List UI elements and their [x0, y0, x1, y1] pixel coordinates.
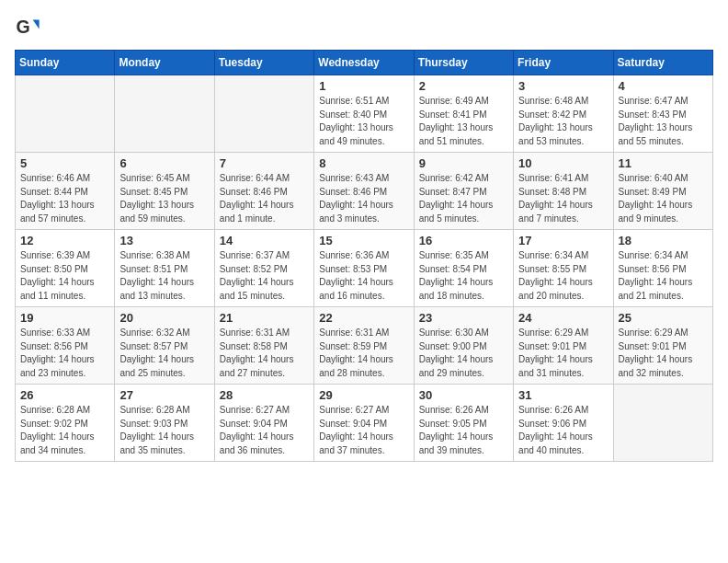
day-number: 7 [220, 156, 309, 170]
day-number: 23 [419, 311, 508, 325]
weekday-header-saturday: Saturday [613, 51, 712, 75]
calendar-cell: 3Sunrise: 6:48 AM Sunset: 8:42 PM Daylig… [514, 75, 613, 153]
calendar-cell: 18Sunrise: 6:34 AM Sunset: 8:56 PM Dayli… [613, 230, 712, 307]
day-number: 1 [319, 79, 408, 93]
calendar-cell: 12Sunrise: 6:39 AM Sunset: 8:50 PM Dayli… [16, 230, 115, 307]
day-number: 5 [20, 156, 109, 170]
svg-text:G: G [16, 17, 29, 37]
calendar-cell: 9Sunrise: 6:42 AM Sunset: 8:47 PM Daylig… [414, 153, 513, 230]
calendar-cell [613, 385, 712, 462]
logo: G [15, 15, 44, 40]
day-number: 24 [518, 311, 608, 325]
weekday-header-row: SundayMondayTuesdayWednesdayThursdayFrid… [16, 51, 713, 75]
calendar-week-1: 1Sunrise: 6:51 AM Sunset: 8:40 PM Daylig… [16, 75, 713, 153]
day-info: Sunrise: 6:28 AM Sunset: 9:02 PM Dayligh… [20, 404, 109, 457]
day-number: 14 [220, 234, 309, 247]
day-info: Sunrise: 6:51 AM Sunset: 8:40 PM Dayligh… [319, 95, 408, 148]
day-info: Sunrise: 6:27 AM Sunset: 9:04 PM Dayligh… [220, 404, 309, 457]
day-info: Sunrise: 6:42 AM Sunset: 8:47 PM Dayligh… [419, 172, 508, 225]
day-info: Sunrise: 6:33 AM Sunset: 8:56 PM Dayligh… [20, 327, 109, 380]
calendar-cell: 22Sunrise: 6:31 AM Sunset: 8:59 PM Dayli… [314, 307, 414, 385]
calendar-cell: 31Sunrise: 6:26 AM Sunset: 9:06 PM Dayli… [514, 385, 613, 462]
calendar-cell: 6Sunrise: 6:45 AM Sunset: 8:45 PM Daylig… [115, 153, 214, 230]
calendar-cell: 25Sunrise: 6:29 AM Sunset: 9:01 PM Dayli… [613, 307, 712, 385]
calendar-cell [115, 75, 214, 153]
day-number: 25 [619, 311, 708, 325]
day-info: Sunrise: 6:36 AM Sunset: 8:53 PM Dayligh… [319, 249, 408, 303]
weekday-header-wednesday: Wednesday [314, 51, 414, 75]
calendar-cell: 30Sunrise: 6:26 AM Sunset: 9:05 PM Dayli… [414, 385, 513, 462]
day-info: Sunrise: 6:29 AM Sunset: 9:01 PM Dayligh… [518, 327, 608, 380]
day-number: 26 [20, 388, 109, 402]
calendar-cell: 23Sunrise: 6:30 AM Sunset: 9:00 PM Dayli… [414, 307, 513, 385]
calendar-cell: 24Sunrise: 6:29 AM Sunset: 9:01 PM Dayli… [514, 307, 613, 385]
day-number: 31 [518, 388, 608, 402]
calendar-cell [16, 75, 115, 153]
day-info: Sunrise: 6:46 AM Sunset: 8:44 PM Dayligh… [20, 172, 109, 225]
day-info: Sunrise: 6:45 AM Sunset: 8:45 PM Dayligh… [119, 172, 209, 225]
calendar-week-5: 26Sunrise: 6:28 AM Sunset: 9:02 PM Dayli… [16, 385, 713, 462]
calendar-week-2: 5Sunrise: 6:46 AM Sunset: 8:44 PM Daylig… [16, 153, 713, 230]
day-number: 13 [119, 234, 209, 247]
day-info: Sunrise: 6:32 AM Sunset: 8:57 PM Dayligh… [119, 327, 209, 380]
day-number: 8 [319, 156, 408, 170]
calendar-week-4: 19Sunrise: 6:33 AM Sunset: 8:56 PM Dayli… [16, 307, 713, 385]
calendar-cell: 10Sunrise: 6:41 AM Sunset: 8:48 PM Dayli… [514, 153, 613, 230]
day-info: Sunrise: 6:49 AM Sunset: 8:41 PM Dayligh… [419, 95, 508, 148]
calendar-cell: 15Sunrise: 6:36 AM Sunset: 8:53 PM Dayli… [314, 230, 414, 307]
calendar-cell: 13Sunrise: 6:38 AM Sunset: 8:51 PM Dayli… [115, 230, 214, 307]
day-number: 27 [119, 388, 209, 402]
day-info: Sunrise: 6:38 AM Sunset: 8:51 PM Dayligh… [119, 249, 209, 303]
day-info: Sunrise: 6:31 AM Sunset: 8:59 PM Dayligh… [319, 327, 408, 380]
day-info: Sunrise: 6:47 AM Sunset: 8:43 PM Dayligh… [619, 95, 708, 148]
calendar-week-3: 12Sunrise: 6:39 AM Sunset: 8:50 PM Dayli… [16, 230, 713, 307]
calendar-cell: 14Sunrise: 6:37 AM Sunset: 8:52 PM Dayli… [214, 230, 313, 307]
calendar-cell: 1Sunrise: 6:51 AM Sunset: 8:40 PM Daylig… [314, 75, 414, 153]
day-number: 6 [119, 156, 209, 170]
day-number: 11 [619, 156, 708, 170]
calendar-cell: 28Sunrise: 6:27 AM Sunset: 9:04 PM Dayli… [214, 385, 313, 462]
calendar-cell: 29Sunrise: 6:27 AM Sunset: 9:04 PM Dayli… [314, 385, 414, 462]
calendar-cell: 17Sunrise: 6:34 AM Sunset: 8:55 PM Dayli… [514, 230, 613, 307]
day-info: Sunrise: 6:27 AM Sunset: 9:04 PM Dayligh… [319, 404, 408, 457]
svg-marker-1 [33, 20, 40, 29]
weekday-header-monday: Monday [115, 51, 214, 75]
day-number: 15 [319, 234, 408, 247]
day-info: Sunrise: 6:28 AM Sunset: 9:03 PM Dayligh… [119, 404, 209, 457]
calendar-cell [214, 75, 313, 153]
calendar-cell: 16Sunrise: 6:35 AM Sunset: 8:54 PM Dayli… [414, 230, 513, 307]
calendar-cell: 11Sunrise: 6:40 AM Sunset: 8:49 PM Dayli… [613, 153, 712, 230]
day-info: Sunrise: 6:29 AM Sunset: 9:01 PM Dayligh… [619, 327, 708, 380]
day-info: Sunrise: 6:31 AM Sunset: 8:58 PM Dayligh… [220, 327, 309, 380]
day-info: Sunrise: 6:26 AM Sunset: 9:06 PM Dayligh… [518, 404, 608, 457]
calendar-table: SundayMondayTuesdayWednesdayThursdayFrid… [15, 50, 713, 462]
calendar-cell: 19Sunrise: 6:33 AM Sunset: 8:56 PM Dayli… [16, 307, 115, 385]
day-number: 9 [419, 156, 508, 170]
calendar-cell: 2Sunrise: 6:49 AM Sunset: 8:41 PM Daylig… [414, 75, 513, 153]
weekday-header-sunday: Sunday [16, 51, 115, 75]
weekday-header-thursday: Thursday [414, 51, 513, 75]
day-info: Sunrise: 6:48 AM Sunset: 8:42 PM Dayligh… [518, 95, 608, 148]
day-info: Sunrise: 6:39 AM Sunset: 8:50 PM Dayligh… [20, 249, 109, 303]
day-number: 10 [518, 156, 608, 170]
day-number: 22 [319, 311, 408, 325]
day-number: 20 [119, 311, 209, 325]
day-number: 2 [419, 79, 508, 93]
day-info: Sunrise: 6:30 AM Sunset: 9:00 PM Dayligh… [419, 327, 508, 380]
page-header: G [15, 15, 713, 40]
calendar-cell: 20Sunrise: 6:32 AM Sunset: 8:57 PM Dayli… [115, 307, 214, 385]
weekday-header-friday: Friday [514, 51, 613, 75]
day-info: Sunrise: 6:34 AM Sunset: 8:55 PM Dayligh… [518, 249, 608, 303]
calendar-cell: 5Sunrise: 6:46 AM Sunset: 8:44 PM Daylig… [16, 153, 115, 230]
day-number: 18 [619, 234, 708, 247]
day-info: Sunrise: 6:40 AM Sunset: 8:49 PM Dayligh… [619, 172, 708, 225]
day-number: 21 [220, 311, 309, 325]
day-info: Sunrise: 6:44 AM Sunset: 8:46 PM Dayligh… [220, 172, 309, 225]
day-number: 4 [619, 79, 708, 93]
day-number: 29 [319, 388, 408, 402]
calendar-cell: 21Sunrise: 6:31 AM Sunset: 8:58 PM Dayli… [214, 307, 313, 385]
day-info: Sunrise: 6:26 AM Sunset: 9:05 PM Dayligh… [419, 404, 508, 457]
calendar-cell: 8Sunrise: 6:43 AM Sunset: 8:46 PM Daylig… [314, 153, 414, 230]
day-number: 12 [20, 234, 109, 247]
day-info: Sunrise: 6:35 AM Sunset: 8:54 PM Dayligh… [419, 249, 508, 303]
